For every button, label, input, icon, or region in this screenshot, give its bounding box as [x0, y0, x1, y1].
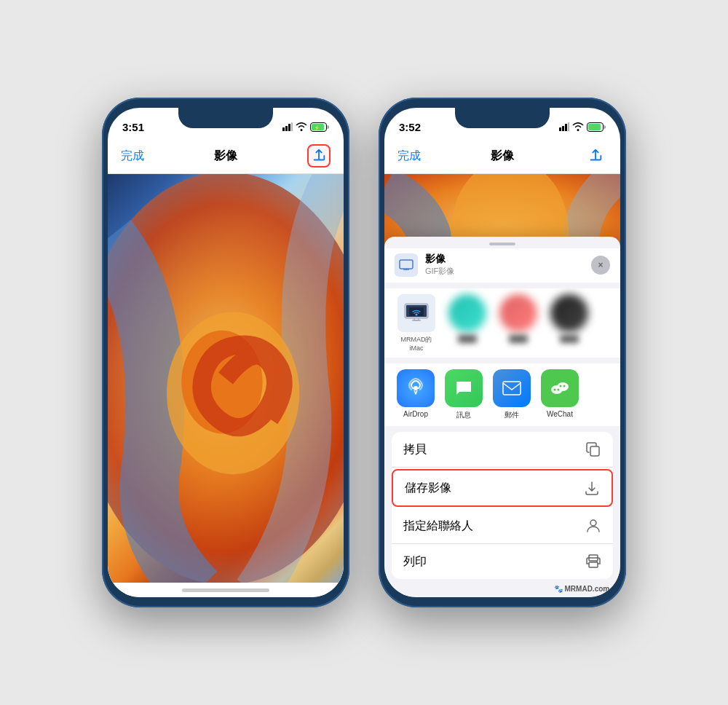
action-assign[interactable]: 指定給聯絡人: [392, 508, 613, 544]
wallpaper-image-1: [108, 174, 344, 583]
svg-rect-0: [282, 127, 285, 131]
svg-rect-3: [291, 122, 293, 131]
app-messages[interactable]: 訊息: [443, 369, 485, 420]
phone1-screen: 3:51: [108, 108, 344, 597]
battery-icon-1: ⚡: [310, 122, 329, 132]
nav-done-2[interactable]: 完成: [397, 149, 421, 164]
person-3[interactable]: ████: [547, 294, 591, 352]
wallpaper-1: [108, 174, 344, 583]
mail-name: 郵件: [505, 410, 519, 420]
messages-icon: [445, 369, 483, 407]
airdrop-svg: [405, 378, 426, 398]
nav-bar-2: 完成 影像: [384, 140, 620, 174]
handle-bar: [489, 243, 515, 245]
action-print[interactable]: 列印: [392, 544, 613, 579]
svg-rect-12: [565, 124, 567, 131]
watermark-text: 🐾 MRMAD.com.: [554, 585, 612, 593]
apps-row: AirDrop 訊息: [384, 363, 620, 426]
signal-icon-2: [559, 122, 569, 131]
app-mail[interactable]: 郵件: [491, 369, 533, 420]
file-text: 影像 GIF影像: [425, 253, 454, 277]
device-imac[interactable]: MRMAD的 iMac: [395, 294, 438, 352]
print-label: 列印: [403, 554, 427, 570]
svg-point-31: [563, 385, 566, 387]
person-2[interactable]: ████: [496, 294, 540, 352]
file-name: 影像: [425, 253, 454, 266]
monitor-icon: [399, 259, 414, 271]
battery-icon-2: [587, 122, 606, 132]
svg-point-38: [596, 561, 598, 562]
nav-done-1[interactable]: 完成: [121, 149, 144, 164]
svg-point-33: [558, 389, 560, 391]
svg-rect-10: [559, 127, 561, 131]
signal-icon-1: [282, 122, 293, 131]
app-airdrop[interactable]: AirDrop: [395, 369, 437, 420]
watermark: 🐾 MRMAD.com.: [384, 585, 620, 597]
print-icon: [585, 554, 601, 570]
messages-svg: [454, 378, 474, 398]
people-row: MRMAD的 iMac ████ ████ ████: [384, 288, 620, 358]
mail-svg: [502, 379, 522, 397]
svg-rect-15: [588, 124, 601, 130]
home-indicator-1: [108, 583, 344, 597]
svg-rect-18: [400, 260, 413, 269]
share-button-1[interactable]: [307, 144, 331, 168]
phone2-screen: 3:52: [384, 108, 620, 597]
share-button-2[interactable]: [584, 144, 607, 168]
action-list: 拷貝 儲存影像: [392, 432, 613, 579]
sheet-handle: [384, 237, 620, 248]
status-icons-2: [559, 122, 606, 132]
app-wechat[interactable]: WeChat: [539, 369, 581, 420]
action-copy[interactable]: 拷貝: [392, 432, 613, 468]
action-save[interactable]: 儲存影像: [392, 469, 613, 507]
copy-icon: [585, 441, 601, 457]
imac-icon: [403, 303, 430, 323]
svg-point-25: [416, 314, 418, 316]
airdrop-name: AirDrop: [403, 410, 428, 418]
airdrop-icon: [397, 369, 435, 407]
svg-point-35: [590, 520, 596, 526]
person-2-name: ████: [509, 335, 528, 342]
notch-2: [455, 108, 550, 128]
person-1-avatar: [448, 294, 486, 332]
messages-name: 訊息: [456, 410, 471, 420]
sheet-close-button[interactable]: ×: [591, 256, 610, 275]
wifi-icon-1: [296, 122, 307, 131]
file-icon: [395, 253, 418, 277]
save-label: 儲存影像: [405, 481, 451, 496]
share-icon-1: [311, 148, 327, 164]
wechat-svg: [550, 379, 570, 397]
person-1-name: ████: [458, 335, 477, 342]
home-bar-1: [182, 588, 269, 592]
file-type: GIF影像: [425, 266, 454, 277]
phone1: 3:51: [102, 98, 349, 607]
mail-icon: [493, 369, 531, 407]
nav-title-1: 影像: [214, 149, 237, 164]
wechat-icon: [541, 369, 579, 407]
wifi-icon-2: [572, 122, 584, 131]
svg-point-32: [554, 389, 556, 391]
person-3-avatar: [550, 294, 588, 332]
status-icons-1: ⚡: [282, 122, 329, 132]
phone2: 3:52: [379, 98, 626, 607]
svg-rect-11: [562, 126, 564, 131]
phone1-frame: 3:51: [102, 98, 349, 607]
save-icon: [584, 480, 600, 496]
phone2-frame: 3:52: [379, 98, 626, 607]
svg-rect-13: [568, 122, 569, 131]
svg-rect-27: [503, 382, 521, 395]
person-2-avatar: [499, 294, 537, 332]
copy-label: 拷貝: [403, 442, 427, 457]
person-3-name: ████: [560, 335, 579, 342]
imac-avatar: [397, 294, 435, 332]
svg-rect-37: [589, 562, 598, 567]
person-1[interactable]: ████: [446, 294, 489, 352]
time-2: 3:52: [399, 121, 421, 133]
share-icon-2: [587, 148, 604, 164]
svg-point-30: [560, 385, 562, 387]
svg-rect-2: [288, 124, 290, 131]
imac-name: MRMAD的 iMac: [401, 335, 432, 352]
svg-text:⚡: ⚡: [314, 125, 320, 131]
share-sheet: 影像 GIF影像 ×: [384, 237, 620, 597]
svg-rect-34: [590, 446, 599, 456]
